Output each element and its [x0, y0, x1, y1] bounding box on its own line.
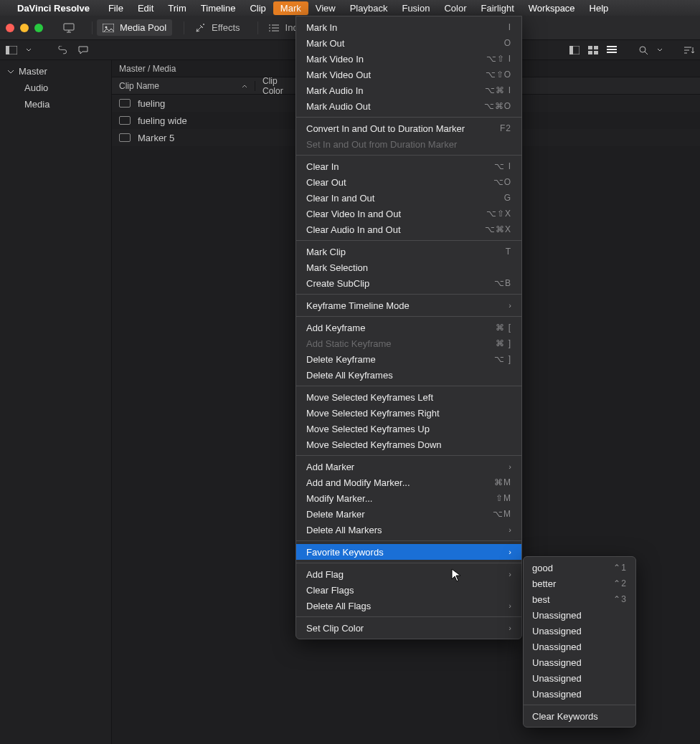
column-clip-color[interactable]: Clip Color	[255, 76, 298, 96]
search-icon[interactable]	[638, 45, 648, 55]
bin-item-media[interactable]: Media	[0, 96, 111, 113]
column-clip-name[interactable]: Clip Name	[112, 81, 255, 91]
menu-item-mark-video-in[interactable]: Mark Video In⌥⇧ I	[296, 51, 521, 67]
menu-playback[interactable]: Playback	[343, 1, 395, 15]
menu-item-clear-out[interactable]: Clear Out⌥O	[296, 174, 521, 190]
menu-mark[interactable]: Mark	[273, 1, 308, 15]
menu-item-clear-video-in-and-out[interactable]: Clear Video In and Out⌥⇧X	[296, 206, 521, 221]
menu-item-mark-clip[interactable]: Mark ClipT	[296, 244, 521, 259]
menu-item-clear-in[interactable]: Clear In⌥ I	[296, 158, 521, 174]
menu-fairlight[interactable]: Fairlight	[474, 1, 521, 15]
separator	[184, 22, 184, 34]
media-pool-button[interactable]: Media Pool	[97, 19, 172, 36]
menu-item-keyframe-timeline-mode[interactable]: Keyframe Timeline Mode›	[296, 297, 521, 313]
zoom-window-button[interactable]	[34, 24, 43, 32]
panel-layout-icon[interactable]	[6, 46, 17, 54]
view-grid-icon[interactable]	[588, 46, 598, 54]
menu-item-clear-keywords[interactable]: Clear Keywords	[524, 708, 635, 724]
search-chevron-icon[interactable]	[657, 47, 663, 53]
menu-fusion[interactable]: Fusion	[394, 1, 437, 15]
menu-item-unassigned[interactable]: Unassigned	[524, 639, 635, 654]
menu-file[interactable]: File	[101, 1, 131, 15]
presentation-icon[interactable]	[57, 20, 80, 36]
effects-button[interactable]: Effects	[189, 19, 246, 37]
menu-shortcut: ⌘ ]	[496, 338, 511, 348]
menu-shortcut: O	[504, 38, 511, 48]
svg-rect-8	[569, 46, 573, 54]
menu-shortcut: T	[506, 247, 511, 257]
menu-help[interactable]: Help	[582, 1, 616, 15]
menu-item-clear-audio-in-and-out[interactable]: Clear Audio In and Out⌥⌘X	[296, 221, 521, 237]
menu-item-modify-marker[interactable]: Modify Marker...⇧M	[296, 490, 521, 506]
menu-clip[interactable]: Clip	[242, 1, 273, 15]
menu-item-favorite-keywords[interactable]: Favorite Keywords›	[296, 544, 521, 560]
menu-item-add-and-modify-marker[interactable]: Add and Modify Marker...⌘M	[296, 474, 521, 490]
menu-item-unassigned[interactable]: Unassigned	[524, 607, 635, 623]
panel-chevron-icon[interactable]	[26, 47, 32, 53]
menu-shortcut: ⌥⌘ I	[485, 85, 511, 95]
svg-point-2	[105, 26, 108, 28]
bin-item-audio[interactable]: Audio	[0, 80, 111, 96]
menu-item-set-clip-color[interactable]: Set Clip Color›	[296, 620, 521, 636]
menu-item-convert-in-and-out-to-duration-marker[interactable]: Convert In and Out to Duration MarkerF2	[296, 120, 521, 136]
menu-item-move-selected-keyframes-left[interactable]: Move Selected Keyframes Left	[296, 389, 521, 405]
svg-point-13	[640, 47, 645, 52]
chat-icon[interactable]	[77, 45, 89, 55]
menu-item-add-marker[interactable]: Add Marker›	[296, 459, 521, 474]
view-list-icon[interactable]	[607, 46, 617, 54]
menu-trim[interactable]: Trim	[161, 1, 194, 15]
menu-item-mark-video-out[interactable]: Mark Video Out⌥⇧O	[296, 67, 521, 82]
menu-item-unassigned[interactable]: Unassigned	[524, 623, 635, 639]
menu-item-mark-in[interactable]: Mark InI	[296, 19, 521, 35]
menu-item-label: Move Selected Keyframes Right	[306, 408, 440, 419]
close-window-button[interactable]	[6, 24, 14, 32]
link-icon[interactable]	[57, 46, 69, 54]
minimize-window-button[interactable]	[20, 24, 29, 32]
menu-item-delete-all-keyframes[interactable]: Delete All Keyframes	[296, 367, 521, 383]
menu-item-label: Clear Flags	[306, 585, 354, 596]
menu-shortcut: ⌥⇧O	[486, 70, 511, 80]
menu-timeline[interactable]: Timeline	[194, 1, 243, 15]
menu-item-label: Clear Keywords	[532, 711, 598, 722]
menu-view[interactable]: View	[308, 1, 343, 15]
menu-workspace[interactable]: Workspace	[521, 1, 582, 15]
menu-item-unassigned[interactable]: Unassigned	[524, 686, 635, 702]
menu-item-clear-flags[interactable]: Clear Flags	[296, 582, 521, 598]
menu-item-mark-selection[interactable]: Mark Selection	[296, 259, 521, 275]
sort-icon[interactable]	[684, 46, 694, 54]
menu-item-label: Delete All Markers	[306, 525, 382, 535]
menu-item-delete-marker[interactable]: Delete Marker⌥M	[296, 506, 521, 522]
menu-item-unassigned[interactable]: Unassigned	[524, 670, 635, 686]
menu-color[interactable]: Color	[437, 1, 473, 15]
menu-item-label: Clear In and Out	[306, 193, 374, 204]
bin-root-master[interactable]: Master	[0, 63, 111, 80]
menu-shortcut: ⌘ [	[496, 323, 511, 333]
menu-item-best[interactable]: best⌃3	[524, 591, 635, 607]
menu-item-unassigned[interactable]: Unassigned	[524, 654, 635, 670]
menu-item-move-selected-keyframes-down[interactable]: Move Selected Keyframes Down	[296, 437, 521, 452]
menu-item-label: Unassigned	[532, 689, 582, 700]
app-name[interactable]: DaVinci Resolve	[17, 3, 90, 14]
menu-item-label: Unassigned	[532, 642, 582, 652]
menu-item-add-keyframe[interactable]: Add Keyframe⌘ [	[296, 320, 521, 335]
menu-item-mark-out[interactable]: Mark OutO	[296, 35, 521, 51]
menu-item-better[interactable]: better⌃2	[524, 576, 635, 591]
menu-item-delete-all-markers[interactable]: Delete All Markers›	[296, 522, 521, 538]
menu-edit[interactable]: Edit	[131, 1, 161, 15]
menu-item-mark-audio-out[interactable]: Mark Audio Out⌥⌘O	[296, 98, 521, 114]
menubar: DaVinci Resolve FileEditTrimTimelineClip…	[0, 0, 700, 16]
menu-item-delete-all-flags[interactable]: Delete All Flags›	[296, 598, 521, 614]
menu-item-label: Delete All Keyframes	[306, 370, 393, 381]
menu-item-delete-keyframe[interactable]: Delete Keyframe⌥ ]	[296, 351, 521, 367]
menu-item-create-subclip[interactable]: Create SubClip⌥B	[296, 275, 521, 291]
menu-item-clear-in-and-out[interactable]: Clear In and OutG	[296, 190, 521, 206]
menu-item-add-flag[interactable]: Add Flag›	[296, 566, 521, 582]
menu-item-good[interactable]: good⌃1	[524, 560, 635, 576]
menu-item-label: best	[532, 594, 550, 605]
menu-item-mark-audio-in[interactable]: Mark Audio In⌥⌘ I	[296, 82, 521, 98]
menu-item-move-selected-keyframes-right[interactable]: Move Selected Keyframes Right	[296, 405, 521, 421]
menu-item-label: Clear Out	[306, 177, 346, 188]
menu-item-move-selected-keyframes-up[interactable]: Move Selected Keyframes Up	[296, 421, 521, 437]
view-card-icon[interactable]	[569, 46, 580, 54]
svg-rect-6	[6, 46, 9, 54]
